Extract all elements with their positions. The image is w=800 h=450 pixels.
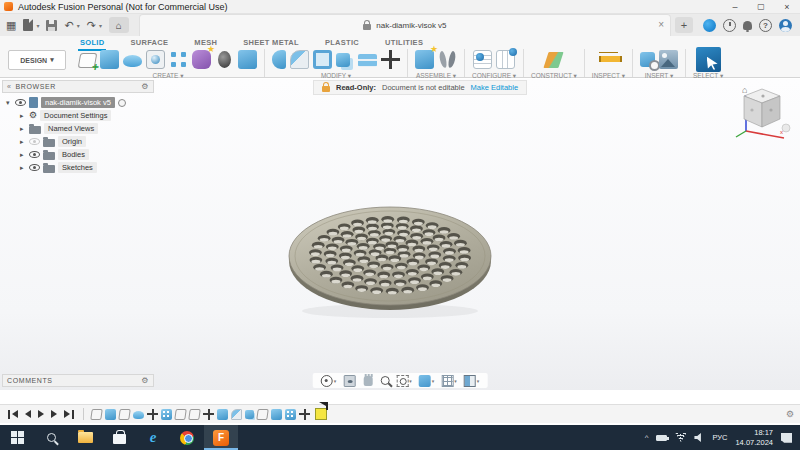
model-perforated-disc[interactable] — [280, 195, 500, 325]
fillet-icon[interactable] — [290, 50, 309, 69]
new-tab-button[interactable]: + — [675, 17, 693, 33]
display-settings-caret-icon[interactable]: ▾ — [432, 378, 435, 384]
document-tab[interactable]: nak-diamik-visok v5 × — [139, 14, 671, 36]
extensions-icon[interactable] — [703, 19, 716, 32]
press-pull-icon[interactable] — [272, 50, 286, 69]
canvas-icon[interactable] — [659, 50, 678, 69]
display-settings-icon[interactable] — [419, 375, 431, 387]
data-panel-icon[interactable]: ▦ — [6, 20, 16, 31]
viewports-tool[interactable]: ▾ — [464, 375, 480, 387]
collapse-panel-icon[interactable]: « — [7, 83, 12, 90]
browser-item-label[interactable]: Bodies — [58, 149, 89, 160]
create-sketch-icon[interactable] — [78, 53, 98, 68]
pattern-icon[interactable] — [169, 50, 188, 69]
insert-derive-icon[interactable] — [640, 52, 655, 67]
tab-close-icon[interactable]: × — [658, 19, 664, 30]
taskbar-clock[interactable]: 18:17 14.07.2024 — [735, 428, 773, 447]
browser-item-label[interactable]: Named Views — [44, 123, 98, 134]
display-settings-tool[interactable]: ▾ — [419, 375, 435, 387]
step-back-button[interactable] — [23, 410, 33, 418]
help-icon[interactable]: ? — [759, 19, 772, 32]
minimize-button[interactable]: – — [722, 0, 748, 14]
viewports-caret-icon[interactable]: ▾ — [477, 378, 480, 384]
revolve-icon[interactable] — [123, 55, 142, 67]
taskbar-chrome[interactable] — [170, 425, 204, 450]
grid-settings-icon[interactable] — [441, 375, 453, 387]
timeline-feature-sketch-3[interactable] — [118, 409, 131, 420]
step-forward-button[interactable] — [49, 410, 59, 418]
viewports-icon[interactable] — [464, 375, 476, 387]
orbit-caret-icon[interactable]: ▾ — [334, 378, 337, 384]
browser-item-nak-diamik-visok-v5[interactable]: ▾nak-diamik-visok v5 — [2, 96, 172, 109]
look-at-icon[interactable] — [343, 375, 355, 387]
timeline-feature-sketch-13[interactable] — [256, 409, 269, 420]
expand-icon[interactable]: ▸ — [20, 138, 26, 146]
orbit-icon[interactable] — [321, 375, 333, 387]
move-copy-icon[interactable] — [381, 50, 400, 69]
visibility-eye-icon[interactable] — [29, 164, 40, 171]
pan-icon[interactable] — [363, 376, 372, 386]
play-button[interactable] — [36, 410, 46, 418]
timeline-feature-sketch-7[interactable] — [174, 409, 187, 420]
comments-panel-header[interactable]: COMMENTS ⚙ — [2, 374, 154, 387]
design-workspace-dropdown[interactable]: DESIGN ▾ — [8, 50, 66, 70]
zoom-icon[interactable] — [380, 376, 389, 385]
file-menu-icon[interactable] — [23, 19, 33, 31]
wifi-icon[interactable] — [675, 433, 686, 442]
redo-icon[interactable]: ↷ — [87, 20, 96, 31]
job-status-icon[interactable] — [723, 19, 736, 32]
language-indicator[interactable]: РУС — [712, 433, 727, 442]
select-icon[interactable] — [696, 47, 721, 72]
battery-icon[interactable] — [656, 435, 667, 441]
configuration-table-icon[interactable] — [496, 50, 515, 69]
close-button[interactable]: × — [774, 0, 800, 14]
timeline-feature-sketch-1[interactable] — [90, 409, 103, 420]
timeline-feature-pattern-6[interactable] — [161, 409, 172, 420]
activate-component-radio[interactable] — [118, 99, 126, 107]
visibility-eye-icon[interactable] — [29, 138, 40, 145]
expand-icon[interactable]: ▸ — [20, 151, 26, 159]
new-component-icon[interactable] — [415, 50, 434, 69]
timeline-settings-gear-icon[interactable]: ⚙ — [786, 409, 794, 419]
thread-icon[interactable] — [218, 51, 231, 68]
view-cube[interactable]: ⌂ x — [722, 81, 792, 147]
tray-expand-icon[interactable]: ^ — [645, 433, 649, 442]
timeline-feature-sketch-8[interactable] — [188, 409, 201, 420]
grid-settings-tool[interactable]: ▾ — [441, 375, 457, 387]
browser-item-label[interactable]: Document Settings — [40, 110, 111, 121]
combine-icon[interactable] — [336, 53, 350, 67]
taskbar-file-explorer[interactable] — [68, 425, 102, 450]
maximize-button[interactable]: ▢ — [748, 0, 774, 14]
make-editable-link[interactable]: Make Editable — [471, 83, 519, 92]
go-to-end-button[interactable] — [62, 410, 76, 419]
browser-item-label[interactable]: Origin — [58, 136, 86, 147]
go-to-start-button[interactable] — [6, 410, 20, 419]
browser-item-label[interactable]: nak-diamik-visok v5 — [41, 97, 115, 108]
timeline-feature-move-5[interactable] — [147, 409, 158, 420]
timeline-feature-revolve-4[interactable] — [133, 411, 144, 419]
timeline-feature-move-16[interactable] — [299, 409, 310, 420]
expand-icon[interactable]: ▸ — [20, 164, 26, 172]
window-zoom-tool[interactable]: ▾ — [396, 375, 412, 387]
configuration-icon[interactable] — [473, 50, 492, 69]
timeline-feature-extrude-14[interactable] — [271, 409, 282, 420]
visibility-eye-icon[interactable] — [15, 99, 26, 106]
timeline-feature-extrude-2[interactable] — [105, 409, 116, 420]
browser-item-named-views[interactable]: ▸Named Views — [2, 122, 172, 135]
grid-settings-caret-icon[interactable]: ▾ — [454, 378, 457, 384]
joint-icon[interactable] — [438, 50, 457, 69]
measure-icon[interactable] — [599, 50, 618, 69]
visibility-eye-icon[interactable] — [29, 151, 40, 158]
hole-icon[interactable] — [146, 50, 165, 69]
browser-settings-gear-icon[interactable]: ⚙ — [141, 82, 149, 91]
undo-caret-icon[interactable]: ▾ — [77, 22, 80, 29]
browser-item-document-settings[interactable]: ▸⚙Document Settings — [2, 109, 172, 122]
timeline-feature-fillet-11[interactable] — [231, 409, 242, 420]
notifications-bell-icon[interactable] — [743, 21, 752, 30]
file-menu-caret-icon[interactable]: ▾ — [36, 22, 39, 29]
shell-icon[interactable] — [313, 50, 332, 69]
taskbar-microsoft-store[interactable] — [102, 425, 136, 450]
pan-tool[interactable] — [362, 375, 373, 387]
taskbar-fusion-active[interactable]: F — [204, 425, 238, 450]
viewport-canvas[interactable]: « BROWSER ⚙ ▾nak-diamik-visok v5▸⚙Docume… — [0, 79, 800, 390]
